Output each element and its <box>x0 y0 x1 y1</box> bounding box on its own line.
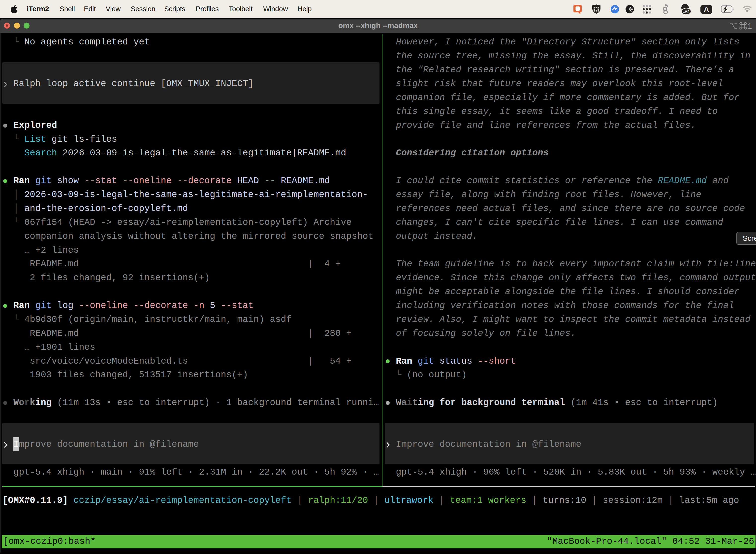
svg-text:..61: ..61 <box>683 9 690 14</box>
